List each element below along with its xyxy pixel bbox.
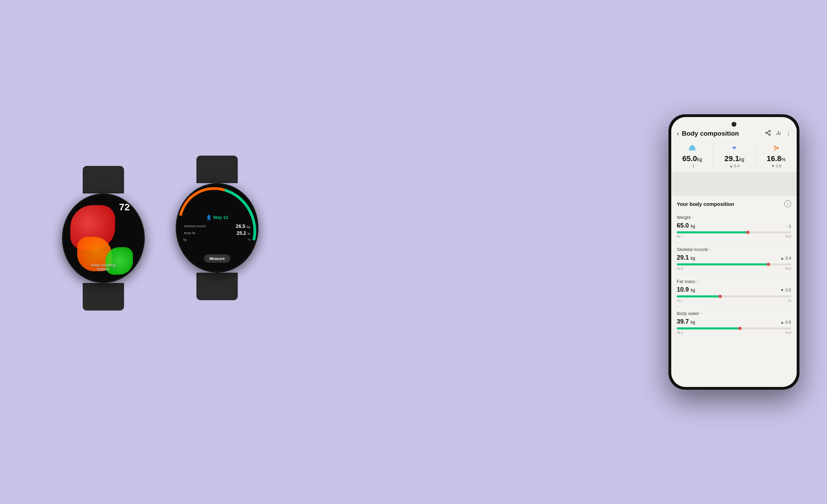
progress-marker-0 (746, 231, 749, 234)
metrics-list: Weight › 65.0 kg - 1 56.7 76.6 Skeletal … (671, 211, 797, 387)
metric-value-1: 29.1 kg (677, 254, 695, 261)
progress-marker-1 (767, 263, 770, 266)
label-right-1: 29.2 (785, 267, 791, 270)
svg-line-3 (767, 133, 769, 134)
metric-change-2: ▼ 0.5 (780, 288, 791, 293)
skeletal-icon (730, 144, 738, 153)
label-right-0: 76.6 (785, 235, 791, 238)
watch-2: 👤 May 12 Skeletal muscle 26.5 kg Bod (169, 156, 265, 328)
progress-bar-1 (677, 263, 791, 265)
back-button[interactable]: ‹ (677, 129, 679, 137)
skeletal-value: 29.1kg (724, 154, 744, 163)
watch-1-face: 72% Keep touching buttons (63, 195, 143, 282)
watch-1: 72% Keep touching buttons (55, 166, 152, 338)
bodyfat-value: 16.8% (767, 154, 786, 163)
metric-name-1[interactable]: Skeletal muscle › (677, 247, 711, 252)
metric-item-3: Body water › 39.7 kg ▲ 0.8 38.3 41.9 (677, 307, 791, 338)
share-button[interactable] (765, 130, 771, 137)
metric-item-0: Weight › 65.0 kg - 1 56.7 76.6 (677, 211, 791, 243)
app-content: ‹ Body composition (671, 127, 797, 387)
progress-marker-2 (718, 295, 722, 298)
stat-skeletal: 29.1kg ▲ 0.4 (724, 144, 744, 168)
metric-value-0: 65.0 kg (677, 222, 695, 229)
progress-bar-3 (677, 327, 791, 329)
svg-point-12 (774, 148, 776, 150)
progress-fill-1 (677, 263, 768, 265)
progress-labels-3: 38.3 41.9 (677, 331, 791, 334)
chevron-icon-3: › (701, 312, 702, 315)
phone-frame: ‹ Body composition (668, 114, 799, 390)
header-icons: ⋮ (765, 130, 791, 137)
metric-change-0: - 1 (786, 224, 791, 229)
label-right-2: 15 (788, 299, 791, 302)
metric-name-3[interactable]: Body water › (677, 311, 702, 316)
metric-item-1: Skeletal muscle › 29.1 kg ▲ 0.4 26.5 29.… (677, 243, 791, 275)
label-left-3: 38.3 (677, 331, 683, 334)
progress-labels-0: 56.7 76.6 (677, 235, 791, 238)
stat-divider-2 (755, 146, 756, 167)
chart-button[interactable] (775, 130, 782, 137)
main-scene: 72% Keep touching buttons 👤 May 12 (0, 0, 827, 504)
phone-camera (732, 122, 736, 127)
more-button[interactable]: ⋮ (786, 130, 791, 137)
metric-change-3: ▲ 0.8 (780, 320, 791, 325)
skeletal-change: ▲ 0.4 (729, 164, 739, 168)
watch-1-strap-top (83, 166, 124, 193)
svg-point-9 (733, 147, 735, 149)
phone-inner: ‹ Body composition (671, 117, 797, 387)
app-header: ‹ Body composition (671, 127, 797, 140)
metric-change-1: ▲ 0.4 (780, 256, 791, 261)
metric-name-0[interactable]: Weight › (677, 215, 693, 220)
progress-labels-2: 10.1 15 (677, 299, 791, 302)
svg-point-2 (769, 134, 770, 136)
top-stats: 65.0kg - 1 29.1kg (671, 140, 797, 172)
progress-fill-0 (677, 231, 748, 233)
svg-point-1 (766, 132, 767, 134)
svg-point-10 (774, 146, 776, 148)
watch-2-case: 👤 May 12 Skeletal muscle 26.5 kg Bod (176, 183, 258, 273)
info-button[interactable]: i (784, 200, 791, 207)
watch-1-percent: 72% (119, 202, 135, 213)
watch-2-strap-bottom (196, 273, 238, 300)
progress-fill-2 (677, 295, 720, 297)
label-right-3: 41.9 (785, 331, 791, 334)
progress-labels-1: 26.5 29.2 (677, 267, 791, 270)
label-left-0: 56.7 (677, 235, 683, 238)
weight-icon (688, 144, 696, 153)
chevron-icon-1: › (709, 248, 711, 251)
watch-1-strap-bottom (83, 283, 124, 311)
metric-value-3: 39.7 kg (677, 318, 695, 325)
progress-bar-2 (677, 295, 791, 297)
stat-bodyfat: 16.8% ▼ 0.8 (767, 144, 786, 168)
svg-point-0 (769, 130, 770, 132)
metric-name-2[interactable]: Fat mass › (677, 279, 698, 284)
metric-value-2: 10.9 kg (677, 286, 695, 293)
weight-value: 65.0kg (682, 154, 702, 163)
watches-area: 72% Keep touching buttons 👤 May 12 (55, 166, 258, 338)
watch-2-measure-btn[interactable]: Measure (204, 254, 231, 263)
metric-item-2: Fat mass › 10.9 kg ▼ 0.5 10.1 15 (677, 275, 791, 307)
progress-bar-0 (677, 231, 791, 233)
label-left-2: 10.1 (677, 299, 683, 302)
watch-2-strap-top (196, 156, 238, 183)
section-header: Your body composition i (671, 196, 797, 211)
svg-point-8 (692, 145, 693, 146)
svg-point-11 (776, 147, 779, 149)
progress-marker-3 (738, 327, 742, 330)
bodyfat-icon (772, 144, 780, 153)
watch-1-keep-text: Keep touching buttons (90, 263, 117, 271)
watch-2-face: 👤 May 12 Skeletal muscle 26.5 kg Bod (177, 185, 257, 271)
page-title: Body composition (682, 130, 762, 137)
svg-line-4 (767, 131, 769, 132)
section-divider (671, 193, 797, 196)
stat-divider-1 (713, 146, 713, 167)
chart-area (671, 172, 797, 193)
watch-1-case: 72% Keep touching buttons (62, 193, 145, 283)
weight-change: - 1 (690, 164, 694, 168)
progress-fill-3 (677, 327, 740, 329)
chevron-icon-0: › (692, 216, 693, 219)
chevron-icon-2: › (696, 280, 697, 283)
label-left-1: 26.5 (677, 267, 683, 270)
stat-weight: 65.0kg - 1 (682, 144, 702, 168)
section-title: Your body composition (677, 201, 734, 207)
